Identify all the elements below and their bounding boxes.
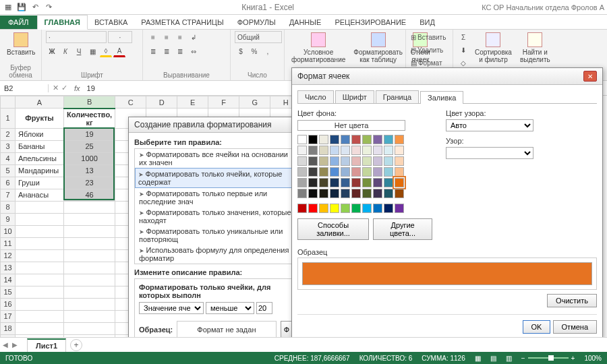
- row-header[interactable]: 8: [1, 201, 16, 213]
- row-header[interactable]: 11: [1, 237, 16, 249]
- color-swatch[interactable]: [373, 189, 382, 198]
- comma-button[interactable]: ,: [262, 45, 274, 57]
- cell[interactable]: 1000: [64, 152, 115, 164]
- underline-button[interactable]: Ч: [73, 45, 85, 57]
- color-swatch[interactable]: [341, 189, 350, 198]
- color-swatch[interactable]: [362, 156, 372, 166]
- color-swatch[interactable]: [297, 156, 307, 166]
- wrap-text[interactable]: ↲: [187, 31, 200, 43]
- cell[interactable]: [16, 274, 64, 286]
- cell[interactable]: [16, 286, 64, 298]
- color-swatch[interactable]: [351, 189, 361, 198]
- col-header-B[interactable]: B: [64, 96, 115, 109]
- col-header-F[interactable]: F: [208, 96, 239, 109]
- more-colors-button[interactable]: Другие цвета...: [373, 218, 432, 240]
- cell[interactable]: 25: [64, 140, 115, 152]
- tab-insert[interactable]: ВСТАВКА: [88, 16, 134, 29]
- sheet-tab[interactable]: Лист1: [27, 338, 66, 352]
- color-swatch[interactable]: [351, 178, 361, 187]
- undo-icon[interactable]: ↶: [30, 2, 40, 13]
- row-header[interactable]: 12: [1, 249, 16, 262]
- pattern-color-select[interactable]: Авто: [446, 119, 533, 131]
- cell[interactable]: [64, 237, 115, 249]
- cell[interactable]: 19: [64, 128, 115, 140]
- add-sheet-button[interactable]: +: [70, 339, 82, 351]
- view-break-icon[interactable]: ▥: [506, 355, 512, 362]
- fx-icon[interactable]: fx: [71, 84, 83, 92]
- col-header-D[interactable]: D: [146, 96, 177, 109]
- zoom-slider[interactable]: −+: [521, 355, 575, 362]
- tab-border[interactable]: Граница: [376, 90, 419, 103]
- color-swatch[interactable]: [308, 156, 318, 166]
- color-swatch[interactable]: [362, 146, 372, 155]
- color-swatch[interactable]: [351, 156, 361, 166]
- color-swatch[interactable]: [297, 178, 307, 187]
- cell[interactable]: Апельсины: [16, 152, 64, 164]
- font-color-button[interactable]: A: [113, 45, 125, 57]
- color-swatch[interactable]: [395, 189, 404, 198]
- tab-number[interactable]: Число: [297, 90, 334, 103]
- cell[interactable]: [64, 310, 115, 322]
- row-header[interactable]: 5: [1, 164, 16, 177]
- color-swatch[interactable]: [373, 178, 382, 187]
- conditional-format-button[interactable]: Условное форматирование: [289, 31, 348, 65]
- color-swatch[interactable]: [384, 204, 393, 213]
- color-swatch[interactable]: [362, 189, 372, 198]
- align-bot[interactable]: ≡: [174, 31, 186, 43]
- color-swatch[interactable]: [384, 167, 393, 177]
- font-select[interactable]: ·: [46, 31, 107, 43]
- align-left[interactable]: ≣: [147, 45, 159, 57]
- rule-type-option[interactable]: Форматировать только уникальные или повт…: [135, 226, 297, 245]
- color-swatch[interactable]: [319, 156, 328, 166]
- cell[interactable]: [16, 201, 64, 213]
- cell[interactable]: Фрукты: [16, 109, 64, 129]
- color-swatch[interactable]: [373, 135, 382, 144]
- row-header[interactable]: 16: [1, 298, 16, 310]
- autosum-button[interactable]: Σ: [457, 31, 469, 43]
- cell[interactable]: [64, 262, 115, 274]
- color-swatch[interactable]: [308, 204, 318, 213]
- col-header-E[interactable]: E: [177, 96, 208, 109]
- cell[interactable]: [16, 298, 64, 310]
- color-swatch[interactable]: [308, 189, 318, 198]
- number-format[interactable]: Общий: [235, 31, 282, 43]
- no-color-button[interactable]: Нет цвета: [297, 120, 405, 131]
- sheet-prev-icon[interactable]: ◀: [3, 341, 8, 348]
- fill-color-button[interactable]: ◊: [100, 45, 112, 57]
- color-swatch[interactable]: [341, 146, 350, 155]
- cell[interactable]: [64, 322, 115, 334]
- cell[interactable]: [64, 201, 115, 213]
- save-icon[interactable]: 💾: [16, 2, 27, 13]
- color-swatch[interactable]: [373, 146, 382, 155]
- color-swatch[interactable]: [319, 146, 328, 155]
- color-swatch[interactable]: [330, 146, 339, 155]
- cond-value[interactable]: [256, 302, 272, 314]
- cell[interactable]: Бананы: [16, 140, 64, 152]
- color-swatch[interactable]: [395, 156, 404, 166]
- row-header[interactable]: 18: [1, 322, 16, 334]
- insert-cells-button[interactable]: ⊞ Вставить: [410, 31, 451, 43]
- cell[interactable]: [64, 274, 115, 286]
- color-swatch[interactable]: [319, 178, 328, 187]
- row-header[interactable]: 6: [1, 177, 16, 189]
- rule-type-list[interactable]: Форматировать все ячейки на основании их…: [134, 148, 297, 264]
- color-swatch[interactable]: [319, 204, 328, 213]
- color-swatch[interactable]: [297, 204, 307, 213]
- color-swatch[interactable]: [362, 135, 372, 144]
- color-swatch[interactable]: [373, 156, 382, 166]
- color-swatch[interactable]: [319, 167, 328, 177]
- align-mid[interactable]: ≡: [161, 31, 173, 43]
- cell[interactable]: [16, 262, 64, 274]
- row-header[interactable]: 4: [1, 152, 16, 164]
- color-swatch[interactable]: [341, 156, 350, 166]
- rule-type-option[interactable]: Использовать формулу для определения фор…: [135, 245, 297, 264]
- percent-button[interactable]: %: [248, 45, 260, 57]
- color-swatch[interactable]: [395, 204, 404, 213]
- row-header[interactable]: 7: [1, 189, 16, 201]
- cell[interactable]: 23: [64, 177, 115, 189]
- cell[interactable]: [16, 249, 64, 262]
- color-swatch[interactable]: [351, 167, 361, 177]
- color-swatch[interactable]: [341, 204, 350, 213]
- cond-subject[interactable]: Значение ячейки: [139, 302, 204, 314]
- cell[interactable]: [64, 213, 115, 225]
